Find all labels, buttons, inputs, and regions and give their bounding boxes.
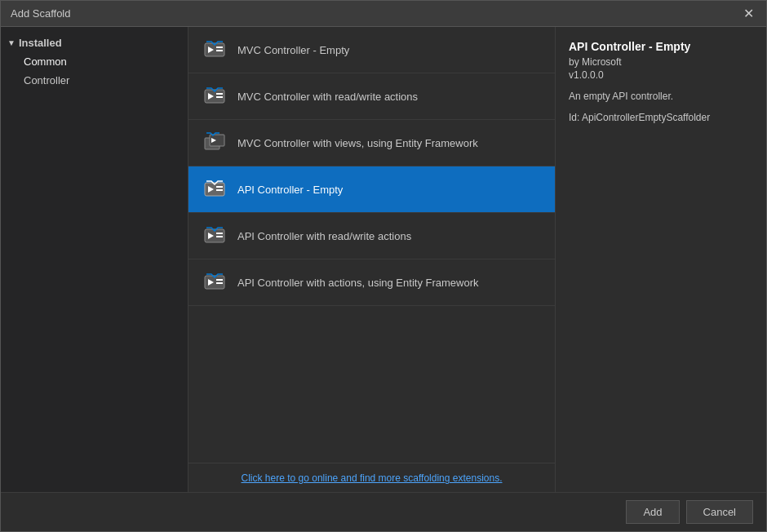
- add-button[interactable]: Add: [626, 500, 679, 524]
- svg-rect-14: [216, 189, 223, 191]
- sidebar-item-common[interactable]: Common: [1, 52, 188, 71]
- detail-title: API Controller - Empty: [569, 40, 753, 53]
- dialog-title: Add Scaffold: [11, 7, 70, 20]
- item-list-items: MVC Controller - Empty: [188, 27, 555, 463]
- title-bar: Add Scaffold ✕: [1, 1, 766, 27]
- scaffold-icon-4: [202, 223, 228, 249]
- svg-rect-22: [216, 282, 223, 284]
- scaffold-item-api-ef[interactable]: API Controller with actions, using Entit…: [188, 259, 555, 306]
- svg-rect-6: [216, 93, 223, 95]
- sidebar-section-label: Installed: [19, 37, 62, 49]
- scaffold-item-api-empty-label: API Controller - Empty: [237, 184, 343, 196]
- online-extensions-link[interactable]: Click here to go online and find more sc…: [242, 472, 503, 484]
- sidebar-item-controller-label: Controller: [24, 74, 69, 86]
- scaffold-item-api-empty[interactable]: API Controller - Empty: [188, 166, 555, 213]
- content-area: MVC Controller - Empty: [188, 27, 766, 492]
- svg-rect-21: [216, 279, 223, 281]
- scaffold-item-api-readwrite[interactable]: API Controller with read/write actions: [188, 213, 555, 259]
- scaffold-item-mvc-empty[interactable]: MVC Controller - Empty: [188, 27, 555, 73]
- svg-rect-3: [216, 50, 223, 51]
- cancel-button[interactable]: Cancel: [686, 500, 753, 524]
- svg-rect-18: [216, 236, 223, 237]
- detail-author: by Microsoft: [569, 56, 753, 68]
- scaffold-icon-3: [202, 176, 228, 202]
- detail-id: Id: ApiControllerEmptyScaffolder: [569, 112, 753, 123]
- scaffold-icon-2: [202, 130, 228, 156]
- svg-rect-17: [216, 233, 223, 234]
- scaffold-item-api-readwrite-label: API Controller with read/write actions: [237, 230, 411, 242]
- scaffold-icon-0: [202, 37, 228, 63]
- scaffold-item-mvc-views-label: MVC Controller with views, using Entity …: [237, 137, 478, 149]
- sidebar-section-installed: ▼ Installed: [1, 33, 188, 52]
- svg-rect-7: [216, 96, 223, 98]
- detail-version: v1.0.0.0: [569, 69, 753, 81]
- dialog-body: ▼ Installed Common Controller: [1, 27, 766, 492]
- sidebar-item-controller[interactable]: Controller: [1, 71, 188, 90]
- scaffold-item-mvc-readwrite-label: MVC Controller with read/write actions: [237, 91, 418, 103]
- svg-rect-2: [216, 47, 223, 48]
- sidebar: ▼ Installed Common Controller: [1, 27, 188, 492]
- svg-rect-13: [216, 186, 223, 188]
- scaffold-item-mvc-readwrite[interactable]: MVC Controller with read/write actions: [188, 73, 555, 120]
- scaffold-item-mvc-empty-label: MVC Controller - Empty: [237, 44, 349, 56]
- sidebar-item-common-label: Common: [24, 55, 67, 68]
- scaffold-item-api-ef-label: API Controller with actions, using Entit…: [237, 277, 479, 289]
- detail-panel: API Controller - Empty by Microsoft v1.0…: [556, 27, 766, 492]
- chevron-icon: ▼: [7, 38, 16, 47]
- add-scaffold-dialog: Add Scaffold ✕ ▼ Installed Common Contro…: [0, 0, 767, 532]
- detail-description: An empty API controller.: [569, 91, 753, 102]
- scaffold-icon-1: [202, 83, 228, 109]
- scaffold-icon-5: [202, 269, 228, 295]
- item-list: MVC Controller - Empty: [188, 27, 556, 492]
- close-button[interactable]: ✕: [740, 6, 756, 22]
- scaffold-item-mvc-views[interactable]: MVC Controller with views, using Entity …: [188, 120, 555, 166]
- item-list-footer: Click here to go online and find more sc…: [188, 463, 555, 492]
- dialog-footer: Add Cancel: [1, 492, 766, 531]
